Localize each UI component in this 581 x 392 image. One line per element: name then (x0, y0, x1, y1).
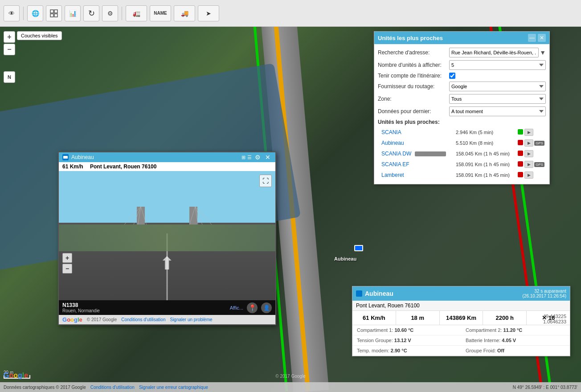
sv-person-icon[interactable]: 👤 (261, 302, 272, 313)
svg-rect-3 (54, 14, 57, 17)
toolbar: 👁 🌐 📊 ↻ ⚙ 🚛 NAME 🚚 ➤ (0, 0, 581, 27)
unit-play-button[interactable]: ▶ (524, 172, 533, 179)
sv-report-link[interactable]: Signaler un problème (170, 317, 212, 322)
vp-stat-speed: 61 Km/h (352, 311, 396, 325)
vp-stat-hours-value: 2200 h (496, 314, 514, 321)
sv-settings-button[interactable]: ⚙ (254, 154, 262, 161)
unit-play-button[interactable]: ▶ (524, 139, 533, 147)
arrow-button[interactable]: ➤ (198, 5, 219, 21)
sv-show-link[interactable]: Affic... (230, 305, 243, 310)
north-indicator: N (4, 71, 15, 83)
closest-panel-title: Unités les plus proches (378, 35, 443, 41)
address-input[interactable] (449, 48, 539, 57)
sv-terms-link[interactable]: Conditions d'utilisation (121, 317, 165, 322)
unit-name-link[interactable]: Lamberet (380, 171, 406, 179)
eye-button[interactable]: 👁 (4, 5, 20, 21)
units-table-row: SCANIA EF158.091 Km (1 h 45 min)▶GPS (378, 159, 546, 170)
unit-gps-badge: GPS (534, 141, 544, 146)
vp-title: Aubineau (365, 290, 393, 297)
vp-stats: 61 Km/h 18 m 143869 Km 2200 h ✕ 16 (352, 311, 570, 325)
itinerary-checkbox[interactable] (449, 73, 455, 79)
itinerary-row: Tenir compte de l'itinéraire: (378, 73, 546, 79)
unit-actions: ▶ (524, 148, 546, 159)
sv-title: Aubineau (71, 154, 94, 160)
vp-data-cell-right: Groupe Froid: Off (461, 346, 570, 356)
vp-data-cell-right: Compartiment 2: 11.20 °C (461, 325, 570, 335)
zone-select[interactable]: Tous (449, 94, 546, 104)
panel-minimize-button[interactable]: — (528, 34, 536, 42)
sv-place-name: N1338 (62, 302, 100, 308)
vehicle-marker-aubineau[interactable] (354, 245, 363, 251)
globe-button[interactable]: 🌐 (27, 5, 43, 21)
bottom-terms-link[interactable]: Conditions d'utilisation (90, 385, 135, 390)
last-data-select[interactable]: A tout moment (449, 106, 546, 116)
bottom-bar-left: Données cartographiques © 2017 Google Co… (4, 385, 208, 390)
address-row: Recherche d'adresse: ▼ (378, 48, 546, 57)
vp-data-grid: Compartiment 1: 10.60 °CCompartiment 2: … (352, 325, 570, 356)
zoom-in-button[interactable]: + (4, 31, 15, 43)
vp-data-cell-left: Compartiment 1: 10.60 °C (352, 325, 461, 335)
zoom-out-button[interactable]: − (4, 44, 15, 55)
sv-header-left: Aubineau (62, 154, 94, 160)
vp-data-label: Compartiment 1: (357, 327, 393, 333)
sv-zoom-in-button[interactable]: + (62, 253, 72, 263)
unit-gps-badge: GPS (534, 162, 544, 167)
unit-actions: ▶GPS (524, 138, 546, 148)
sv-list-button[interactable]: ☰ (247, 155, 252, 160)
vp-stat-altitude: 18 m (396, 311, 440, 325)
units-table: SCANIA2.946 Km (5 min)▶Aubineau5.510 Km … (378, 127, 546, 180)
couches-visibles-button[interactable]: Couches visibles (17, 31, 62, 40)
toolbar-separator-2 (122, 7, 122, 20)
vehicle-popup: Aubineau 32 s auparavant (26.10.2017 11:… (352, 286, 570, 356)
last-data-row: Données pour dernier: A tout moment (378, 106, 546, 116)
routing-row: Fournisseur du routage: Google (378, 82, 546, 91)
vp-data-value: Off (497, 348, 504, 353)
sv-zoom-out-button[interactable]: − (62, 264, 72, 274)
routing-select[interactable]: Google (449, 82, 546, 91)
settings-button[interactable]: ⚙ (102, 5, 118, 21)
unit-name-link[interactable]: SCANIA EF (380, 160, 411, 168)
chart-button[interactable]: 📊 (65, 5, 81, 21)
vp-data-value: 2.90 °C (391, 348, 407, 353)
sv-header: Aubineau ⊞ ☰ ⚙ ✕ (59, 152, 275, 162)
unit-play-button[interactable]: ▶ (524, 161, 533, 168)
address-dropdown-icon[interactable]: ▼ (540, 49, 546, 56)
vp-data-value: 10.60 °C (394, 327, 413, 333)
sv-location: Pont Levant, Rouen 76100 (90, 163, 156, 170)
name-button[interactable]: NAME (150, 5, 171, 21)
truck-button[interactable]: 🚛 (126, 5, 147, 21)
sv-google-logo: Google (62, 316, 82, 323)
vp-vehicle-icon (356, 290, 362, 297)
sv-fullscreen-button[interactable]: ⛶ (259, 175, 272, 187)
map-controls: + − (4, 31, 15, 56)
sv-close-button[interactable]: ✕ (264, 154, 272, 161)
vp-data-label: Groupe Froid: (466, 348, 496, 353)
units-table-row: Lamberet158.091 Km (1 h 45 min)▶ (378, 170, 546, 180)
sv-footer: Google © 2017 Google Conditions d'utilis… (59, 315, 275, 324)
unit-name-link[interactable]: SCANIA DW (380, 150, 413, 158)
sv-image[interactable]: ⬆ + − ⛶ (59, 171, 275, 300)
sv-location-inner: N1338 Rouen, Normandie Affic... 📍 👤 (62, 302, 272, 313)
units-count-select[interactable]: 5 3 10 (449, 60, 546, 70)
panel-close-button[interactable]: ✕ (538, 34, 546, 42)
unit-name-link[interactable]: Aubineau (380, 139, 406, 147)
unit-play-button[interactable]: ▶ (524, 129, 533, 136)
sv-direction-arrow: ⬆ (160, 253, 175, 274)
bottom-error-link[interactable]: Signaler une erreur cartographique (139, 385, 208, 390)
vp-address: Pont Levant, Rouen 76100 (352, 301, 570, 311)
grid-button[interactable] (46, 5, 62, 21)
zone-row: Zone: Tous (378, 94, 546, 104)
units-table-row: SCANIA DW+33644●●●●●●158.045 Km (1 h 45 … (378, 148, 546, 159)
truck2-button[interactable]: 🚚 (174, 5, 195, 21)
unit-name-link[interactable]: SCANIA (380, 128, 403, 136)
vp-stat-odometer: 143869 Km (440, 311, 483, 325)
unit-play-button[interactable]: ▶ (524, 150, 533, 157)
vp-data-value: 13.12 V (394, 338, 411, 343)
vp-data-cell-right: Batterie Interne: 4.05 V (461, 335, 570, 346)
closest-units-panel: Unités les plus proches — ✕ Recherche d'… (374, 31, 550, 184)
refresh-button[interactable]: ↻ (83, 5, 99, 21)
closest-panel-header: Unités les plus proches — ✕ (374, 32, 549, 44)
unit-actions: ▶GPS (524, 159, 546, 170)
unit-actions: ▶ (524, 127, 546, 138)
sv-location-icon[interactable]: 📍 (247, 302, 258, 313)
